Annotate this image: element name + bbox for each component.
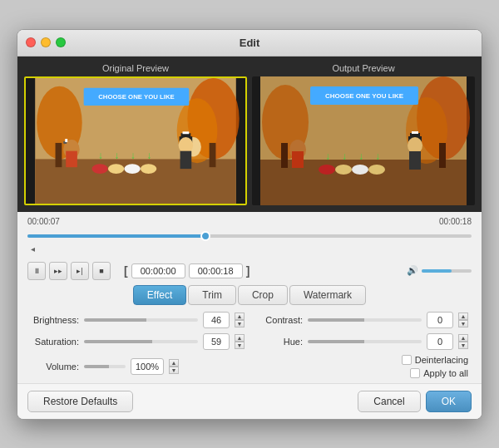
svg-text:↓: ↓	[115, 150, 120, 160]
brightness-up[interactable]: ▲	[235, 313, 245, 320]
brightness-row: Brightness: 46 ▲ ▼	[31, 312, 245, 328]
apply-all-checkbox[interactable]	[410, 368, 420, 378]
volume-param-slider[interactable]	[84, 365, 126, 368]
tab-row: Effect Trim Crop Watermark	[27, 285, 472, 305]
svg-rect-13	[65, 139, 67, 142]
maximize-button[interactable]	[56, 37, 66, 47]
close-button[interactable]	[26, 37, 36, 47]
hue-down[interactable]: ▼	[458, 342, 468, 349]
svg-rect-37	[292, 151, 304, 168]
output-preview-frame: CHOOSE ONE YOU LIKE ↓ ↓ ↓ ↓	[252, 76, 475, 205]
output-preview-panel: Output Preview CHOOSE ONE YOU LIKE ↓	[252, 63, 475, 205]
timeline-handle[interactable]	[200, 231, 210, 241]
pause-button[interactable]: ⏸	[27, 262, 46, 280]
brightness-slider[interactable]	[84, 318, 198, 322]
contrast-label: Contrast:	[254, 315, 303, 325]
playback-row: ⏸ ▸▸ ▸| ■ [ ] 🔊	[27, 262, 472, 280]
edit-dialog: Edit Original Preview	[17, 29, 482, 420]
timeline-start-time: 00:00:07	[27, 217, 60, 226]
confirm-buttons: Cancel OK	[358, 391, 472, 412]
titlebar: Edit	[17, 30, 482, 57]
stop-button[interactable]: ■	[92, 262, 111, 280]
svg-rect-48	[412, 131, 418, 134]
contrast-up[interactable]: ▲	[458, 313, 468, 320]
saturation-value[interactable]: 59	[203, 333, 230, 350]
bracket-open: [	[124, 264, 128, 278]
output-preview-label: Output Preview	[332, 63, 394, 73]
contrast-row: Contrast: 0 ▲ ▼	[254, 312, 468, 328]
hue-label: Hue:	[254, 337, 303, 347]
minimize-button[interactable]	[41, 37, 51, 47]
svg-point-44	[352, 165, 368, 175]
controls-area: ⏸ ▸▸ ▸| ■ [ ] 🔊 Effect Trim Crop	[17, 257, 482, 383]
saturation-slider[interactable]	[84, 340, 198, 343]
hue-stepper[interactable]: ▲ ▼	[458, 334, 468, 349]
volume-down[interactable]: ▼	[169, 367, 179, 374]
svg-point-20	[124, 164, 140, 174]
contrast-value[interactable]: 0	[427, 312, 453, 328]
hue-up[interactable]: ▲	[458, 334, 468, 342]
deinterlacing-label: Deinterlacing	[415, 355, 468, 365]
contrast-down[interactable]: ▼	[458, 320, 468, 327]
time-labels: 00:00:07 00:00:18	[27, 217, 472, 226]
restore-defaults-button[interactable]: Restore Defaults	[27, 391, 133, 412]
saturation-label: Saturation:	[31, 337, 79, 347]
step-forward-button[interactable]: ▸|	[71, 262, 89, 280]
original-preview-frame: CHOOSE ONE YOU LIKE ↓ ↓ ↓ ↓	[24, 76, 247, 205]
svg-rect-10	[66, 150, 77, 166]
timeline-bar-container[interactable]	[27, 228, 472, 244]
svg-text:↓: ↓	[375, 150, 380, 162]
time-start-input[interactable]	[131, 263, 185, 278]
saturation-stepper[interactable]: ▲ ▼	[235, 334, 245, 349]
brightness-stepper[interactable]: ▲ ▼	[235, 313, 245, 327]
cancel-button[interactable]: Cancel	[358, 391, 420, 412]
tab-effect[interactable]: Effect	[133, 285, 186, 305]
bracket-close: ]	[246, 264, 250, 278]
volume-area: 🔊	[407, 265, 472, 276]
saturation-up[interactable]: ▲	[235, 334, 245, 342]
tab-trim[interactable]: Trim	[188, 285, 236, 305]
brightness-down[interactable]: ▼	[235, 320, 245, 327]
svg-text:↓: ↓	[358, 150, 363, 162]
window-controls	[26, 37, 66, 47]
original-preview-label: Original Preview	[102, 63, 169, 73]
ok-button[interactable]: OK	[426, 391, 472, 412]
brightness-label: Brightness:	[31, 315, 79, 325]
timeline-track[interactable]	[27, 234, 472, 238]
volume-stepper[interactable]: ▲ ▼	[169, 359, 179, 374]
deinterlacing-row: Deinterlacing	[402, 355, 468, 365]
saturation-row: Saturation: 59 ▲ ▼	[31, 333, 245, 350]
apply-all-row: Apply to all	[410, 368, 468, 378]
volume-slider[interactable]	[422, 269, 472, 273]
brightness-value[interactable]: 46	[203, 312, 230, 328]
hue-slider[interactable]	[308, 340, 422, 343]
next-frame-button[interactable]: ▸▸	[49, 262, 67, 280]
timeline-filled	[27, 234, 205, 238]
volume-value[interactable]: 100%	[131, 358, 164, 375]
saturation-down[interactable]: ▼	[235, 342, 245, 349]
volume-up[interactable]: ▲	[169, 359, 179, 367]
apply-all-label: Apply to all	[423, 368, 468, 378]
time-input-group: [ ]	[124, 263, 250, 278]
params-grid: Brightness: 46 ▲ ▼ Contrast: 0 ▲ ▼	[27, 312, 472, 350]
svg-rect-50	[409, 151, 421, 170]
contrast-slider[interactable]	[308, 318, 422, 322]
svg-text:CHOOSE ONE YOU LIKE: CHOOSE ONE YOU LIKE	[98, 93, 175, 101]
time-end-input[interactable]	[189, 263, 243, 278]
svg-point-42	[319, 165, 335, 175]
contrast-stepper[interactable]: ▲ ▼	[458, 313, 468, 327]
hue-value[interactable]: 0	[427, 333, 453, 350]
svg-text:↓: ↓	[131, 150, 136, 160]
tab-crop[interactable]: Crop	[238, 285, 288, 305]
svg-rect-24	[183, 131, 190, 134]
svg-point-19	[108, 164, 124, 174]
tab-watermark[interactable]: Watermark	[289, 285, 366, 305]
svg-rect-26	[180, 150, 192, 168]
timeline-end-time: 00:00:18	[439, 217, 472, 226]
deinterlacing-checkbox[interactable]	[402, 355, 412, 365]
svg-text:↓: ↓	[147, 150, 152, 160]
svg-text:↓: ↓	[325, 150, 330, 162]
svg-rect-6	[210, 142, 216, 166]
svg-rect-32	[281, 143, 288, 168]
volume-label: Volume:	[31, 362, 79, 372]
